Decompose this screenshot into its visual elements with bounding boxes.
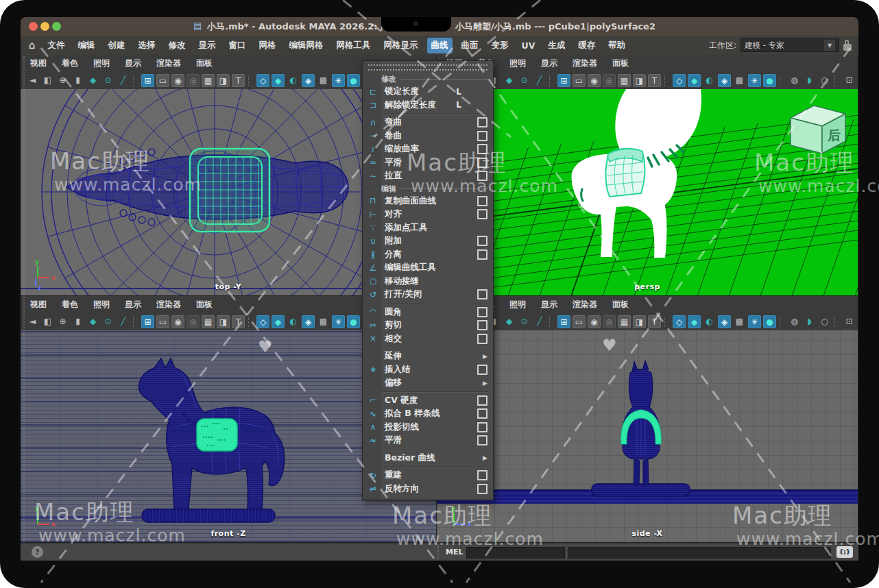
option-box[interactable] [477,249,487,260]
menu-item-bezier-curves[interactable]: Bezier 曲线▶ [363,452,493,465]
pan-zoom-icon[interactable]: ⊙ [518,74,531,87]
panel-menu-item-4[interactable]: 渲染器 [156,299,181,310]
field-chart-icon[interactable]: ▦ [618,74,631,87]
ambient-occlusion-icon[interactable]: ◍ [788,315,801,328]
greasepencil-icon[interactable]: ◆ [503,315,516,328]
image-plane-icon[interactable]: ◨ [217,315,230,328]
minimize-button[interactable] [40,22,49,31]
workspace-dropdown[interactable]: 建模 - 专家 ▼ [740,38,839,52]
panel-menu-item-4[interactable]: 渲染器 [573,58,597,69]
option-box[interactable] [477,289,487,299]
anti-alias-icon[interactable]: ○ [818,74,831,87]
smooth-shaded-icon[interactable]: ◆ [688,74,701,87]
menu-create[interactable]: 创建 [104,38,130,53]
image-plane-icon[interactable]: ◨ [217,74,230,87]
menu-item-cut[interactable]: ✂剪切 [363,319,493,332]
viewport-side-canvas[interactable]: yz side -X [437,330,858,542]
menu-item-align[interactable]: ⊢对齐 [363,208,493,221]
default-material-icon[interactable]: ▩ [733,315,746,328]
view-cube[interactable]: 后 [791,106,845,154]
wireframe-on-shaded-icon[interactable]: ◐ [287,315,300,328]
panel-menu-item-1[interactable]: 着色 [62,299,78,310]
lighting-icon[interactable]: ☀ [332,315,345,328]
menu-item-straighten[interactable]: ∼拉直 [363,169,493,183]
menu-item-offset[interactable]: 偏移▶ [363,376,493,390]
annotate-pencil-icon[interactable]: ╱ [117,315,130,328]
image-plane-icon[interactable]: ◨ [633,74,646,87]
menu-item-project-tangent[interactable]: ∧投影切线 [363,421,493,434]
bookmark-icon[interactable]: ▮ [71,74,84,87]
option-box[interactable] [477,117,487,127]
shadows-icon[interactable]: ● [763,74,776,87]
annotate-pencil-icon[interactable]: ╱ [533,74,546,87]
menu-deform[interactable]: 变形 [487,38,513,53]
wireframe-on-shaded-icon[interactable]: ◐ [703,74,716,87]
panel-menu-item-2[interactable]: 照明 [509,299,526,310]
panel-menu-item-5[interactable]: 面板 [196,58,213,69]
menu-mesh-tools[interactable]: 网格工具 [333,38,375,53]
lock-icon[interactable] [843,44,852,51]
camera-icon[interactable]: ◄ [26,74,39,87]
option-box[interactable] [477,395,487,406]
panel-menu-item-0[interactable]: 视图 [30,58,47,69]
gate-mask-icon[interactable]: ◎ [603,315,616,328]
menu-item-bend[interactable]: ∩弯曲 [363,116,493,130]
chevron-down-icon[interactable]: ▼ [824,40,835,51]
panel-menu-item-1[interactable]: 着色 [62,58,78,69]
option-box[interactable] [477,171,487,181]
menu-select[interactable]: 选择 [134,38,160,53]
option-box[interactable] [477,196,487,206]
option-box[interactable] [477,334,487,344]
shadows-icon[interactable]: ● [763,315,776,328]
camera-settings-icon[interactable]: ⊕ [56,315,69,328]
panel-menu-item-4[interactable]: 渲染器 [156,58,181,69]
menu-edit[interactable]: 编辑 [74,38,99,53]
menu-cache[interactable]: 缓存 [574,38,599,53]
close-button[interactable] [29,22,38,31]
menu-item-open-close[interactable]: ↺打开/关闭 [363,288,493,302]
texture-view-icon[interactable]: T [648,315,661,328]
pan-zoom-icon[interactable]: ⊙ [101,74,115,87]
isolate-select-icon[interactable]: ⊡ [843,74,856,87]
option-box[interactable] [477,408,487,419]
greasepencil-icon[interactable]: ◆ [86,74,99,87]
annotate-pencil-icon[interactable]: ╱ [533,315,546,328]
menu-item-scale-curvature[interactable]: ≀缩放曲率 [363,143,493,156]
grid-toggle-icon[interactable]: ⊞ [141,315,154,328]
menu-item-move-seam[interactable]: ○移动接缝 [363,275,493,289]
greasepencil-icon[interactable]: ◆ [503,74,516,87]
shadows-icon[interactable]: ● [347,74,360,87]
panel-menu-item-5[interactable]: 面板 [196,299,213,310]
option-box[interactable] [477,422,487,432]
option-box[interactable] [477,131,487,141]
panel-menu-item-2[interactable]: 照明 [509,58,526,69]
menu-item-fit-b-spline[interactable]: ∿拟合 B 样条线 [363,407,493,421]
option-box[interactable] [477,236,487,246]
image-plane-icon[interactable]: ◨ [633,315,646,328]
menu-display[interactable]: 显示 [195,38,220,53]
lighting-icon[interactable]: ☀ [748,315,761,328]
menu-curves[interactable]: 曲线 [427,38,453,53]
menu-item-intersect[interactable]: ×相交 [363,332,493,346]
home-icon[interactable]: ⌂ [29,39,36,51]
camera-lock-icon[interactable]: ◧ [41,315,54,328]
panel-menu-item-2[interactable]: 照明 [93,58,110,69]
textured-icon[interactable]: ◈ [302,74,315,87]
menu-item-fillet[interactable]: ◠圆角 [363,306,493,319]
film-gate-icon[interactable]: ▭ [573,74,586,87]
menu-item-smooth-2[interactable]: ≈平滑 [363,434,493,448]
menu-windows[interactable]: 窗口 [225,38,250,53]
isolate-select-icon[interactable]: ⊡ [843,315,856,328]
texture-view-icon[interactable]: T [232,74,245,87]
menu-item-cv-hardness[interactable]: ⌐CV 硬度 [363,394,493,408]
menu-item-detach[interactable]: ∦分离 [363,248,493,262]
menu-item-reverse-direction[interactable]: ⇌反转方向 [363,482,493,496]
menu-item-smooth[interactable]: ≈平滑 [363,156,493,170]
grid-toggle-icon[interactable]: ⊞ [557,315,570,328]
smooth-shaded-icon[interactable]: ◆ [272,315,285,328]
resolution-gate-icon[interactable]: ◉ [171,315,184,328]
bookmark-icon[interactable]: ▮ [71,315,84,328]
gate-mask-icon[interactable]: ◎ [603,74,616,87]
motion-blur-icon[interactable]: ◗ [803,315,816,328]
pan-zoom-icon[interactable]: ⊙ [518,315,531,328]
